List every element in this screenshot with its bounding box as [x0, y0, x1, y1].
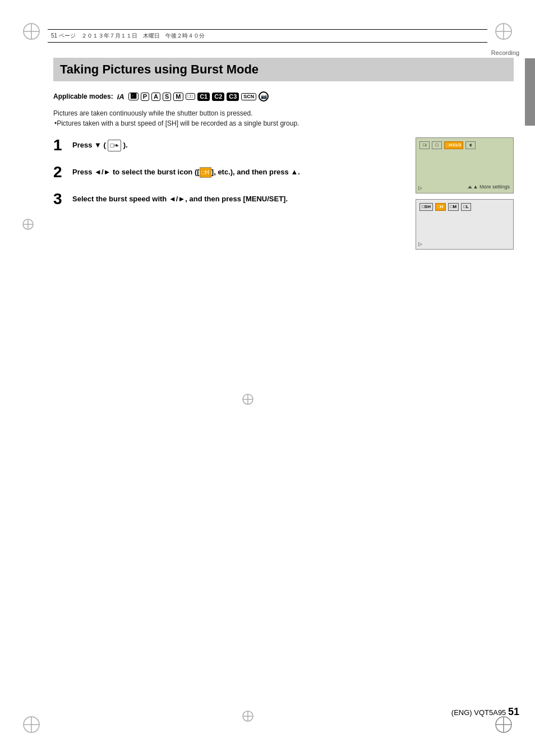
camera-screen-1: □ᵢ □ □H 31/3 ᴄ ▲ More settings ▷ [416, 137, 514, 193]
mode-P: P [141, 93, 149, 101]
screen-2-row: □SH □H □M □L [419, 203, 510, 211]
page-prefix: (ENG) VQT5A95 [451, 708, 508, 717]
screen-icon-burst-small: □ᵢ [419, 141, 430, 149]
screen-icon-H: □H [435, 203, 446, 211]
applicable-modes-label: Applicable modes: [53, 93, 113, 100]
step-2-text: Press ◄/► to select the burst icon ([□H]… [72, 164, 300, 178]
mode-iA: iA [116, 93, 126, 101]
file-info: 51 ページ ２０１３年７月１１日 木曜日 午後２時４０分 [51, 32, 205, 40]
mode-SCN: SCN [241, 93, 256, 100]
mode-MM: □□ [186, 93, 196, 100]
description-block: Pictures are taken continuously while th… [53, 108, 514, 128]
more-settings-label: ▲ More settings [468, 184, 510, 190]
main-content: Taking Pictures using Burst Mode Applica… [48, 53, 519, 250]
screen-icon-L: □L [461, 203, 471, 211]
mode-C3: C3 [227, 93, 239, 101]
bottom-cross-mark [241, 393, 255, 408]
screen-icon-burst-h: □H 31/3 [444, 141, 463, 149]
screen-icon-self-timer: ᴄ [465, 141, 476, 149]
camera-screen-2: □SH □H □M □L ▷ [416, 199, 514, 250]
mode-C2: C2 [212, 93, 224, 101]
screen-icon-SH: □SH [419, 203, 433, 211]
corner-mark-tl [21, 21, 41, 42]
step-1-number: 1 [53, 137, 67, 153]
screens-area: □ᵢ □ □H 31/3 ᴄ ▲ More settings ▷ □SH [416, 137, 514, 250]
page-title: Taking Pictures using Burst Mode [60, 62, 507, 77]
step-3: 3 Select the burst speed with ◄/►, and t… [53, 191, 404, 207]
step-2: 2 Press ◄/► to select the burst icon ([□… [53, 164, 404, 180]
mode-AiA: 🅺 [128, 93, 139, 100]
step-1-text: Press ▼ ( □❧ ). [72, 137, 128, 151]
corner-mark-tr [494, 21, 514, 42]
step-3-text: Select the burst speed with ◄/►, and the… [72, 191, 288, 205]
screen-icon-M: □M [448, 203, 459, 211]
mode-camera: 📷 [259, 91, 269, 102]
description-bullet: •Pictures taken with a burst speed of [S… [53, 118, 514, 128]
screen-2-arrow: ▷ [418, 241, 422, 247]
top-bar: 51 ページ ２０１３年７月１１日 木曜日 午後２時４０分 [48, 29, 487, 43]
step-1: 1 Press ▼ ( □❧ ). [53, 137, 404, 153]
mode-S: S [163, 93, 171, 101]
page-num: 51 [508, 706, 519, 717]
step-2-number: 2 [53, 164, 67, 180]
applicable-modes: Applicable modes: iA 🅺 P A S M □□ C1 C2 … [53, 91, 514, 102]
mid-mark-left [21, 218, 35, 233]
step-1-icon: □❧ [108, 140, 121, 151]
screen-1-row: □ᵢ □ □H 31/3 ᴄ [419, 141, 510, 149]
screen-icon-square: □ [432, 141, 442, 149]
section-tab [525, 58, 535, 126]
screen-1-arrow: ▷ [418, 185, 422, 191]
mode-C1: C1 [197, 93, 210, 101]
mode-M: M [173, 93, 183, 101]
mode-A: A [151, 93, 160, 101]
step-3-number: 3 [53, 191, 67, 207]
corner-mark-bl [21, 714, 41, 735]
steps-area: 1 Press ▼ ( □❧ ). 2 Press ◄/► to select … [53, 137, 514, 250]
footer: (ENG) VQT5A95 51 [48, 706, 519, 718]
description-main: Pictures are taken continuously while th… [53, 109, 253, 117]
page-number: (ENG) VQT5A95 51 [451, 706, 519, 718]
steps-left: 1 Press ▼ ( □❧ ). 2 Press ◄/► to select … [53, 137, 404, 250]
section-tab-label [529, 87, 531, 96]
triangle-up-icon [468, 186, 472, 188]
page-title-block: Taking Pictures using Burst Mode [53, 58, 514, 81]
step-2-burst-icon: □H [200, 167, 211, 178]
